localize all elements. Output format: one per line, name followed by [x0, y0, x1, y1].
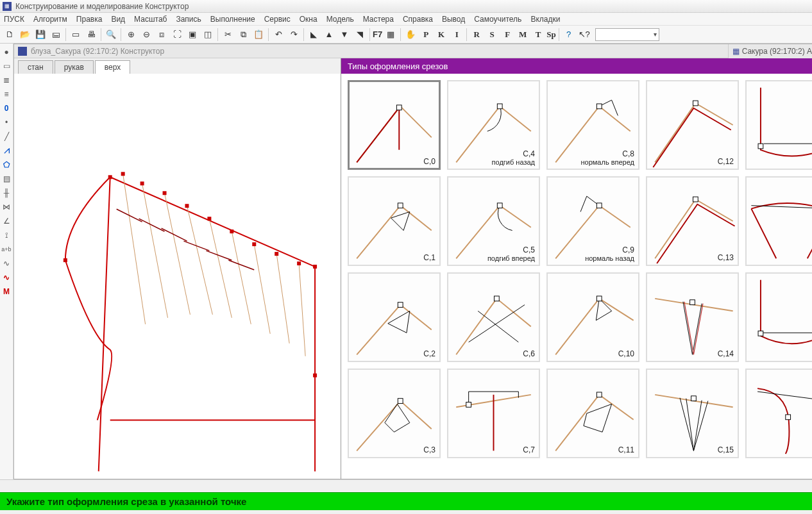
zoom-out-icon[interactable]: ⊖: [139, 28, 153, 42]
svg-rect-12: [297, 261, 301, 265]
menu-scale[interactable]: Масштаб: [134, 15, 167, 24]
redo-icon[interactable]: ↷: [287, 28, 301, 42]
seam-type-thumb[interactable]: С,15: [646, 369, 739, 458]
tool-line-icon[interactable]: ╱: [0, 131, 13, 142]
tool-circle-icon[interactable]: ●: [0, 46, 13, 58]
seam-type-thumb[interactable]: С,5подгиб вперед: [447, 176, 540, 266]
tab-rukav[interactable]: рукав: [55, 60, 94, 74]
letter-sp[interactable]: Sp: [546, 28, 555, 42]
folder-icon[interactable]: ▭: [69, 28, 83, 42]
seam-type-thumb[interactable]: С,10: [546, 272, 639, 362]
menu-help[interactable]: Справка: [403, 15, 433, 24]
menu-model[interactable]: Модель: [326, 15, 354, 24]
seam-type-thumb[interactable]: С,4подгиб назад: [447, 80, 540, 170]
seam-type-thumb[interactable]: С,7: [447, 369, 540, 458]
tool-shape-icon[interactable]: ⬠: [0, 159, 13, 170]
tool-compass-icon[interactable]: ⟟: [0, 229, 13, 241]
tool-lines-icon[interactable]: ≡: [0, 88, 13, 100]
tool-curve-icon[interactable]: ∿: [0, 272, 13, 283]
tool-list-icon[interactable]: ≣: [0, 74, 13, 86]
seam-type-thumb[interactable]: С,21: [745, 176, 812, 266]
hand-icon[interactable]: ✋: [403, 28, 418, 42]
separator: [559, 28, 559, 41]
menu-tabs[interactable]: Вкладки: [530, 15, 560, 24]
hourglass-down-icon[interactable]: ◥: [353, 28, 367, 42]
tool-wave-icon[interactable]: ∿: [0, 258, 13, 269]
tab-verh[interactable]: верх: [95, 60, 130, 74]
copy-icon[interactable]: ⧉: [236, 28, 250, 42]
seam-type-thumb[interactable]: С, 22: [745, 272, 812, 362]
zoom-in-icon[interactable]: ⊕: [124, 28, 138, 42]
letter-r[interactable]: R: [469, 28, 484, 42]
letter-k[interactable]: K: [434, 28, 448, 42]
tool-ruler-icon[interactable]: ╫: [0, 187, 13, 199]
menu-view[interactable]: Вид: [111, 15, 125, 24]
tool-rect-icon[interactable]: ▭: [0, 60, 13, 72]
menu-tutorial[interactable]: Самоучитель: [474, 15, 521, 24]
toolbar-combobox[interactable]: [595, 28, 659, 41]
tool-layers-icon[interactable]: ▤: [0, 173, 13, 185]
tool-m-icon[interactable]: M: [0, 286, 13, 297]
hourglass-up-icon[interactable]: ◣: [307, 28, 321, 42]
letter-i[interactable]: I: [450, 28, 464, 42]
cut-icon[interactable]: ✂: [221, 28, 235, 42]
open-icon[interactable]: 📂: [18, 28, 32, 42]
seam-type-thumb[interactable]: С,12: [646, 80, 739, 170]
f7-button[interactable]: F7: [373, 28, 382, 42]
letter-f[interactable]: F: [500, 28, 514, 42]
right-algorithm-tab[interactable]: ▦ Сакура (92:170:2) Алгоритм: [728, 44, 812, 58]
separator: [121, 28, 121, 41]
layers-icon[interactable]: ▦: [384, 28, 398, 42]
seam-type-thumb[interactable]: С,2: [348, 272, 441, 362]
find-icon[interactable]: 🔍: [104, 28, 118, 42]
seam-type-thumb[interactable]: С,3: [348, 369, 441, 458]
seam-type-thumb[interactable]: С,1: [348, 176, 441, 266]
tool-zero-icon[interactable]: 0: [0, 103, 13, 114]
new-icon[interactable]: 🗋: [3, 28, 17, 42]
thumb-grid-wrap[interactable]: С,0С,4подгиб назадС,8нормаль впередС,12п…: [341, 74, 812, 479]
seam-type-thumb[interactable]: С,8нормаль вперед: [546, 80, 639, 170]
save-icon[interactable]: 💾: [33, 28, 47, 42]
menu-execute[interactable]: Выполнение: [210, 15, 255, 24]
letter-p[interactable]: P: [419, 28, 433, 42]
menu-masters[interactable]: Мастера: [363, 15, 394, 24]
letter-s[interactable]: S: [485, 28, 499, 42]
seam-type-thumb[interactable]: С,11: [546, 369, 639, 458]
pattern-canvas[interactable]: [14, 74, 341, 479]
print-icon[interactable]: 🖶: [84, 28, 98, 42]
tab-stan[interactable]: стан: [18, 60, 53, 74]
zoom-sel-icon[interactable]: ◫: [201, 28, 215, 42]
svg-rect-26: [690, 300, 695, 305]
letter-m[interactable]: M: [516, 28, 530, 42]
triangle-down-icon[interactable]: ▼: [337, 28, 351, 42]
menu-algorithm[interactable]: Алгоритм: [33, 15, 67, 24]
seam-type-thumb[interactable]: С,9нормаль назад: [546, 176, 639, 266]
tool-polyline-icon[interactable]: ⩘: [0, 145, 13, 156]
zoom-page-icon[interactable]: ▣: [185, 28, 199, 42]
seam-type-thumb[interactable]: С,6: [447, 272, 540, 362]
zoom-region-icon[interactable]: ⧈: [155, 28, 169, 42]
zoom-fit-icon[interactable]: ⛶: [170, 28, 184, 42]
letter-t[interactable]: T: [531, 28, 545, 42]
menu-record[interactable]: Запись: [176, 15, 201, 24]
save-all-icon[interactable]: 🖴: [49, 28, 63, 42]
tool-ab-icon[interactable]: a+b: [0, 244, 13, 255]
tool-angle-icon[interactable]: ∠: [0, 215, 13, 227]
help-icon[interactable]: ?: [562, 28, 576, 42]
seam-type-thumb[interactable]: С,23: [745, 369, 812, 458]
paste-icon[interactable]: 📋: [251, 28, 266, 42]
menu-pusk[interactable]: ПУСК: [4, 15, 24, 24]
tool-mirror-icon[interactable]: ⋈: [0, 201, 13, 213]
tool-dot-icon[interactable]: •: [0, 117, 13, 128]
undo-icon[interactable]: ↶: [271, 28, 285, 42]
triangle-up-icon[interactable]: ▲: [322, 28, 336, 42]
menu-edit[interactable]: Правка: [76, 15, 103, 24]
menu-service[interactable]: Сервис: [264, 15, 291, 24]
context-help-icon[interactable]: ↖?: [577, 28, 591, 42]
seam-type-thumb[interactable]: п,0: [745, 80, 812, 170]
seam-type-thumb[interactable]: С,13: [646, 176, 739, 266]
menu-windows[interactable]: Окна: [300, 15, 317, 24]
menu-output[interactable]: Вывод: [442, 15, 465, 24]
seam-type-thumb[interactable]: С,0: [348, 80, 441, 170]
seam-type-thumb[interactable]: С,14: [646, 272, 739, 362]
